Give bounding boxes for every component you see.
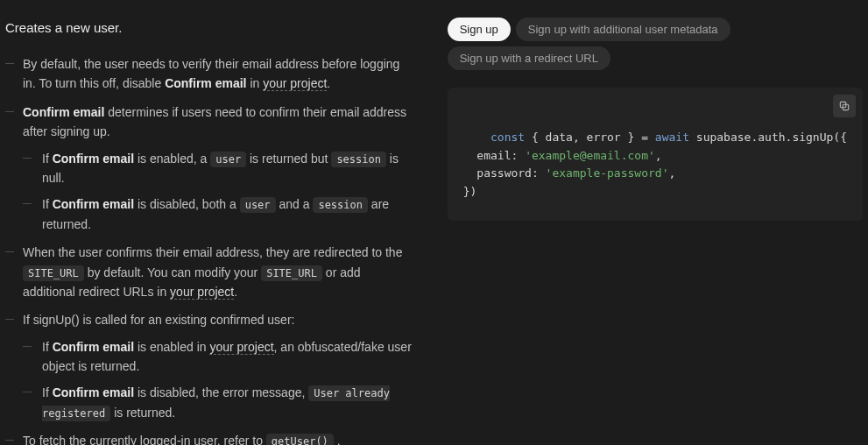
list-item: To fetch the currently logged-in user, r… (5, 431, 413, 445)
code-token: 'example@email.com' (525, 149, 655, 162)
list-item: If signUp() is called for an existing co… (5, 310, 413, 422)
inline-code: getUser() (266, 434, 334, 445)
code-token: const (490, 131, 525, 144)
list-item: If Confirm email is disabled, both a use… (23, 194, 413, 234)
code-token: await (655, 131, 689, 144)
list-item: Confirm email determines if users need t… (5, 102, 413, 234)
tab-sign-up[interactable]: Sign up (448, 18, 511, 41)
code-token: supabase.auth.signUp({ (689, 131, 847, 144)
tab-sign-up-metadata[interactable]: Sign up with additional user metadata (516, 18, 730, 41)
notes-list: By default, the user needs to verify the… (5, 54, 413, 445)
code-token: , (655, 149, 662, 162)
tab-sign-up-redirect[interactable]: Sign up with a redirect URL (448, 46, 610, 70)
code-token: password: (463, 166, 546, 180)
inline-code: user (210, 152, 246, 167)
your-project-link[interactable]: your project (170, 285, 234, 300)
code-example: const { data, error } = await supabase.a… (448, 88, 863, 221)
list-item: If Confirm email is disabled, the error … (23, 383, 413, 422)
list-item: If Confirm email is enabled in your proj… (23, 337, 413, 377)
list-item: When the user confirms their email addre… (5, 243, 413, 301)
code-panel: Sign up Sign up with additional user met… (421, 0, 868, 445)
copy-icon (838, 100, 850, 112)
documentation-panel: Creates a new user. By default, the user… (0, 0, 421, 445)
code-token: }) (463, 185, 477, 198)
your-project-link[interactable]: your project (263, 76, 327, 91)
page-title: Creates a new user. (5, 18, 413, 39)
code-token: , (668, 166, 675, 180)
inline-code: SITE_URL (23, 265, 84, 281)
list-item: By default, the user needs to verify the… (5, 54, 413, 94)
your-project-link[interactable]: your project (209, 340, 273, 355)
copy-button[interactable] (833, 95, 856, 117)
code-token: email: (463, 149, 525, 162)
inline-code: user (240, 197, 276, 213)
inline-code: session (313, 197, 368, 213)
code-token: 'example-password' (546, 166, 669, 180)
inline-code: SITE_URL (261, 265, 322, 281)
list-item: If Confirm email is enabled, a user is r… (23, 149, 413, 188)
example-tabs: Sign up Sign up with additional user met… (448, 18, 863, 70)
inline-code: session (331, 152, 386, 167)
code-token: { data, error } = (525, 131, 655, 144)
